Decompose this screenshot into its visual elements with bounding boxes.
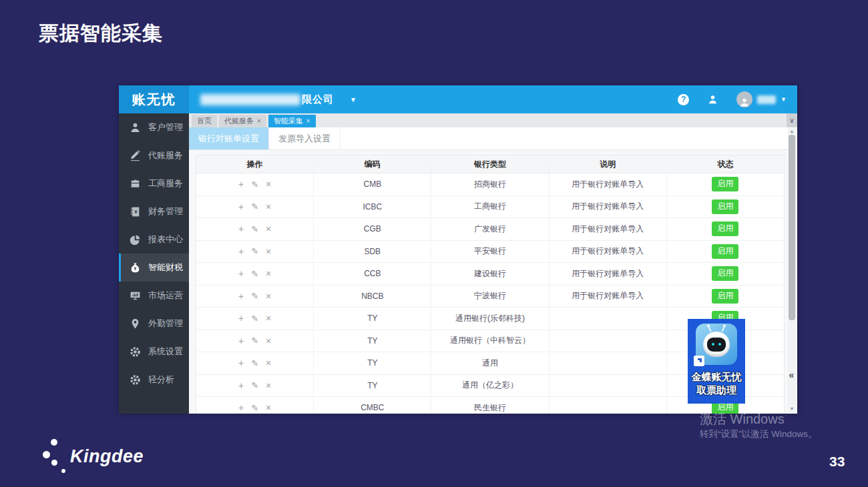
avatar[interactable] — [736, 91, 752, 107]
shortcut-label-line2: 取票助理 — [692, 384, 742, 397]
company-name-suffix: 限公司 — [302, 93, 334, 106]
add-icon[interactable]: + — [238, 268, 244, 279]
delete-icon[interactable]: × — [266, 358, 271, 368]
sidebar-item-label: 市场运营 — [148, 290, 183, 302]
table-row: +✎× ICBC 工商银行 用于银行对账单导入 启用 — [196, 196, 784, 219]
sidebar-item-report-center[interactable]: 报表中心 — [119, 225, 189, 254]
add-icon[interactable]: + — [238, 223, 244, 234]
sidebar-item-market-ops[interactable]: 市场运营 — [119, 282, 189, 310]
delete-icon[interactable]: × — [266, 268, 271, 279]
status-enabled-button[interactable]: 启用 — [712, 289, 738, 304]
code-cell: TY — [314, 330, 431, 352]
desc-cell: 用于银行对账单导入 — [550, 173, 667, 195]
delete-icon[interactable]: × — [266, 336, 271, 346]
delete-icon[interactable]: × — [266, 223, 271, 234]
tab-home[interactable]: 首页 — [192, 115, 217, 127]
tab-bookkeeping[interactable]: 代账服务× — [219, 115, 266, 127]
chevron-down-icon[interactable]: ▼ — [350, 96, 357, 103]
delete-icon[interactable]: × — [266, 201, 271, 212]
edit-icon[interactable]: ✎ — [251, 314, 258, 324]
status-cell: 启用 — [667, 218, 784, 240]
delete-icon[interactable]: × — [266, 291, 271, 302]
col-code: 编码 — [314, 155, 431, 173]
delete-icon[interactable]: × — [266, 313, 271, 324]
tab-label: 代账服务 — [224, 116, 254, 126]
delete-icon[interactable]: × — [266, 402, 271, 413]
add-icon[interactable]: + — [238, 358, 244, 368]
status-enabled-button[interactable]: 启用 — [712, 244, 738, 259]
edit-icon[interactable]: ✎ — [251, 246, 258, 256]
tab-label: 智能采集 — [274, 116, 303, 126]
company-selector[interactable]: 限公司 ▼ — [200, 85, 357, 113]
close-icon[interactable]: × — [257, 117, 261, 125]
delete-icon[interactable]: × — [266, 246, 271, 257]
status-cell: 启用 — [667, 286, 784, 308]
edit-icon[interactable]: ✎ — [251, 224, 258, 234]
scrollbar-thumb[interactable] — [789, 135, 795, 320]
add-icon[interactable]: + — [238, 179, 244, 189]
logo-dot — [51, 439, 57, 446]
shortcut-arrow-icon — [694, 356, 704, 366]
add-icon[interactable]: + — [238, 380, 244, 391]
sidebar-item-field-mgmt[interactable]: 外勤管理 — [119, 310, 189, 338]
bank-cell: 通用（亿之彩） — [431, 375, 549, 397]
code-cell: CCB — [314, 263, 431, 285]
app-window: 账无忧 限公司 ▼ ? ▼ 客户管理 代账服务 工商服务 — [119, 85, 797, 414]
shortcut-label: 金蝶账无忧 取票助理 — [692, 370, 742, 397]
subtab-bank-statement-settings[interactable]: 银行对账单设置 — [189, 127, 269, 149]
delete-icon[interactable]: × — [266, 380, 271, 391]
edit-icon[interactable]: ✎ — [251, 291, 258, 301]
sidebar-item-label: 智能财税 — [148, 262, 183, 274]
tab-label: 首页 — [197, 116, 212, 126]
table-row: +✎× CMB 招商银行 用于银行对账单导入 启用 — [196, 173, 784, 196]
delete-icon[interactable]: × — [266, 179, 271, 189]
add-icon[interactable]: + — [238, 402, 244, 413]
status-enabled-button[interactable]: 启用 — [712, 221, 738, 236]
edit-icon[interactable]: ✎ — [251, 269, 258, 279]
money-bag-icon: ¥ — [130, 262, 141, 274]
add-icon[interactable]: + — [238, 246, 244, 257]
edit-icon[interactable]: ✎ — [251, 403, 258, 413]
edit-icon[interactable]: ✎ — [251, 336, 258, 346]
sidebar-item-system-settings[interactable]: 系统设置 — [119, 338, 189, 366]
add-icon[interactable]: + — [238, 313, 244, 324]
sidebar-item-customer-mgmt[interactable]: 客户管理 — [119, 113, 189, 141]
sidebar-item-light-analysis[interactable]: 轻分析 — [119, 366, 189, 394]
sidebar-item-bookkeeping[interactable]: 代账服务 — [119, 141, 189, 169]
logo-dot — [51, 460, 57, 466]
tab-list-chevron-icon[interactable]: ∨ — [787, 113, 797, 127]
desc-cell: 用于银行对账单导入 — [550, 263, 667, 285]
location-pin-icon — [130, 318, 141, 330]
help-icon[interactable]: ? — [678, 94, 689, 105]
close-icon[interactable]: × — [306, 117, 310, 125]
sidebar-item-label: 工商服务 — [148, 177, 183, 189]
add-icon[interactable]: + — [238, 336, 244, 346]
scroll-up-icon[interactable]: ▲ — [788, 128, 796, 135]
status-cell: 启用 — [667, 263, 784, 285]
sidebar-item-smart-finance-tax[interactable]: ¥ 智能财税 — [119, 254, 189, 282]
chevron-down-icon[interactable]: ▼ — [781, 96, 787, 103]
bank-cell: 通用银行（中科智云） — [431, 330, 549, 352]
collapse-panel-icon[interactable]: « — [787, 368, 797, 383]
sidebar-item-business-services[interactable]: 工商服务 — [119, 169, 189, 197]
edit-icon[interactable]: ✎ — [251, 358, 258, 368]
user-icon[interactable] — [707, 94, 718, 105]
edit-icon[interactable]: ✎ — [251, 201, 258, 211]
tab-smart-collection[interactable]: 智能采集× — [268, 115, 316, 127]
status-cell: 启用 — [667, 241, 784, 263]
row-actions: +✎× — [196, 330, 314, 352]
add-icon[interactable]: + — [238, 201, 244, 212]
add-icon[interactable]: + — [238, 291, 244, 302]
status-enabled-button[interactable]: 启用 — [712, 266, 738, 281]
sidebar-item-finance-mgmt[interactable]: ¥ 财务管理 — [119, 197, 189, 225]
page-number: 33 — [829, 454, 845, 470]
desktop-shortcut-ticket-assistant[interactable]: 金蝶账无忧 取票助理 — [688, 319, 745, 404]
edit-icon[interactable]: ✎ — [251, 380, 258, 390]
bank-cell: 广发银行 — [431, 218, 549, 240]
status-enabled-button[interactable]: 启用 — [712, 199, 738, 214]
slide-title: 票据智能采集 — [39, 20, 163, 47]
edit-icon[interactable]: ✎ — [251, 179, 258, 189]
subtab-invoice-import-settings[interactable]: 发票导入设置 — [269, 127, 341, 149]
scroll-down-icon[interactable]: ▼ — [788, 406, 796, 412]
status-enabled-button[interactable]: 启用 — [712, 177, 738, 191]
